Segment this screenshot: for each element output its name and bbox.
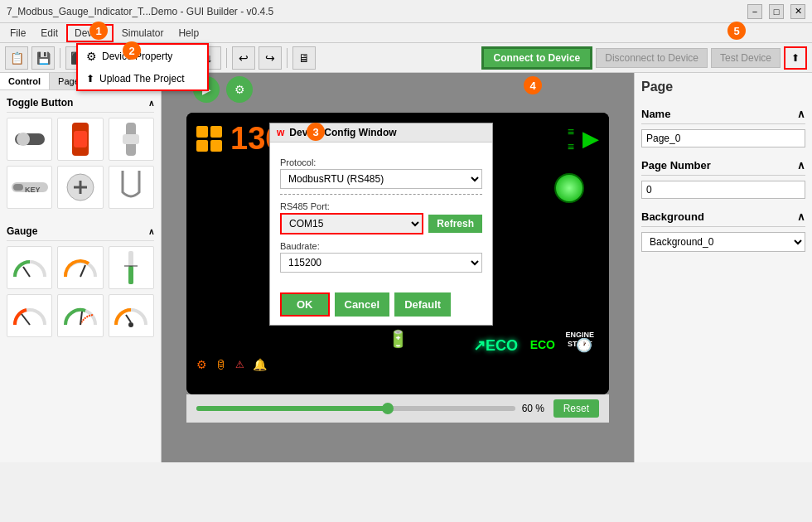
canvas-gear-button[interactable]: ⚙ xyxy=(226,76,253,103)
widget-gauge2[interactable] xyxy=(57,246,103,289)
default-button[interactable]: Default xyxy=(394,292,451,317)
disconnect-device-button[interactable]: Disconnect to Device xyxy=(596,48,708,68)
menu-bar: File Edit Device Simulator Help xyxy=(0,23,812,43)
tab-control[interactable]: Control xyxy=(0,73,50,89)
widget-toggle1[interactable] xyxy=(7,118,52,161)
dialog-logo: w xyxy=(277,127,284,138)
widget-gauge5[interactable] xyxy=(57,294,103,337)
close-button[interactable]: ✕ xyxy=(790,4,805,19)
toolbar-sep3 xyxy=(287,48,288,68)
device-property-item[interactable]: ⚙ Device Property xyxy=(78,45,207,68)
oil-warn-icon: 🛢 xyxy=(215,358,227,371)
battery-icon: 🔋 xyxy=(388,329,408,349)
minimize-button[interactable]: − xyxy=(747,4,762,19)
name-chevron-icon: ∧ xyxy=(797,108,805,120)
title-bar: 7_Modbus_Gauge_Indicator_T...Demo - GUI … xyxy=(0,0,812,23)
widget-gauge4[interactable] xyxy=(7,294,52,337)
menu-file[interactable]: File xyxy=(3,26,32,41)
page-number-input[interactable] xyxy=(641,181,805,199)
ok-button[interactable]: OK xyxy=(280,292,330,317)
widget-gauge6[interactable] xyxy=(109,294,154,337)
widget-toggle2[interactable] xyxy=(57,118,103,161)
widget-toggle6[interactable] xyxy=(109,166,154,209)
widget-gauge3[interactable] xyxy=(109,246,154,289)
dialog-footer: OK Cancel Default xyxy=(270,286,492,325)
light1-icon: ≡ xyxy=(568,125,574,138)
menu-simulator[interactable]: Simulator xyxy=(115,26,171,41)
annotation-5: 5 xyxy=(727,22,746,40)
slider-thumb[interactable] xyxy=(382,403,394,414)
slider-track[interactable] xyxy=(196,406,515,411)
reset-button[interactable]: Reset xyxy=(553,399,599,418)
svg-point-1 xyxy=(17,133,30,146)
toggle-widget-grid: KEY xyxy=(7,118,154,209)
svg-rect-15 xyxy=(128,266,133,284)
svg-line-18 xyxy=(80,312,82,325)
name-label: Name xyxy=(641,108,670,120)
toolbar-sep1 xyxy=(60,48,60,68)
background-section-header: Background ∧ xyxy=(641,207,805,227)
svg-rect-5 xyxy=(123,134,139,144)
slider-fill xyxy=(196,406,388,411)
svg-line-13 xyxy=(80,265,85,277)
widget-toggle4[interactable]: KEY xyxy=(7,166,52,209)
dialog-title-bar: w Device Config Window xyxy=(270,123,492,143)
svg-line-17 xyxy=(22,314,30,325)
page-number-section-header: Page Number ∧ xyxy=(641,156,805,176)
warning-icons-bar: ⚙ 🛢 ⚠ 🔔 xyxy=(196,358,267,371)
cancel-button[interactable]: Cancel xyxy=(335,292,390,317)
port-select[interactable]: COM15 xyxy=(280,213,423,234)
toggle-section-title: Toggle Button xyxy=(7,97,73,109)
gear-icon: ⚙ xyxy=(86,50,97,63)
right-arrow-icon: ▶ xyxy=(582,126,599,152)
widget-toggle5[interactable] xyxy=(57,166,103,209)
clipboard-icon: 📋 xyxy=(10,51,24,65)
canvas-area: ▶ ⚙ xyxy=(162,73,634,462)
page-number-row xyxy=(641,181,805,199)
background-select-row: Background_0 xyxy=(641,232,805,252)
widget-toggle3[interactable] xyxy=(109,118,154,161)
toolbar-clipboard[interactable]: 📋 xyxy=(5,46,28,70)
gauge-chevron-icon: ∧ xyxy=(148,227,154,236)
light2-icon: ≡ xyxy=(568,140,574,153)
save-icon: 💾 xyxy=(36,51,51,65)
background-select[interactable]: Background_0 xyxy=(641,232,805,252)
gauge-section: Gauge ∧ xyxy=(0,219,161,347)
main-area: Control Page Device Toggle Button ∧ xyxy=(0,73,812,462)
toolbar-save[interactable]: 💾 xyxy=(31,46,55,70)
svg-point-19 xyxy=(128,322,133,327)
toolbar-redo[interactable]: ↪ xyxy=(259,46,282,70)
toolbar-monitor[interactable]: 🖥 xyxy=(292,46,316,70)
title-bar-text: 7_Modbus_Gauge_Indicator_T...Demo - GUI … xyxy=(7,6,273,17)
widget-gauge1[interactable] xyxy=(7,246,52,289)
upload-arrow-icon: ⬆ xyxy=(791,52,800,64)
green-button[interactable] xyxy=(554,173,584,203)
baudrate-select[interactable]: 115200 xyxy=(280,253,482,273)
upload-icon: ⬆ xyxy=(86,73,94,85)
annotation-4: 4 xyxy=(524,76,542,94)
gauge-section-header: Gauge ∧ xyxy=(7,222,154,241)
protocol-label: Protocol: xyxy=(280,157,482,167)
toggle-section-header: Toggle Button ∧ xyxy=(7,94,154,113)
test-device-button[interactable]: Test Device xyxy=(711,48,781,68)
protocol-select[interactable]: ModbusRTU (RS485) xyxy=(280,169,482,189)
baudrate-row: 115200 xyxy=(280,253,482,273)
redo-icon: ↪ xyxy=(265,51,275,65)
device-config-dialog: w Device Config Window Protocol: ModbusR… xyxy=(269,123,493,326)
name-input[interactable] xyxy=(641,129,805,147)
protocol-row: ModbusRTU (RS485) xyxy=(280,169,482,189)
left-panel: Control Page Device Toggle Button ∧ xyxy=(0,73,162,462)
device-dropdown: ⚙ Device Property ⬆ Upload The Project xyxy=(76,43,209,91)
dialog-title-text: Device Config Window xyxy=(289,127,396,138)
menu-edit[interactable]: Edit xyxy=(34,26,65,41)
upload-project-item[interactable]: ⬆ Upload The Project xyxy=(78,68,207,89)
toolbar-undo[interactable]: ↩ xyxy=(232,46,255,70)
upload-highlight-button[interactable]: ⬆ xyxy=(784,46,807,70)
undo-icon: ↩ xyxy=(239,51,249,65)
menu-help[interactable]: Help xyxy=(172,26,205,41)
connect-to-device-button[interactable]: Connect to Device xyxy=(481,46,593,70)
right-panel: Page Name ∧ Page Number ∧ Background ∧ B… xyxy=(634,73,812,462)
page-number-chevron-icon: ∧ xyxy=(797,159,805,172)
maximize-button[interactable]: □ xyxy=(769,4,784,19)
refresh-button[interactable]: Refresh xyxy=(428,215,482,233)
